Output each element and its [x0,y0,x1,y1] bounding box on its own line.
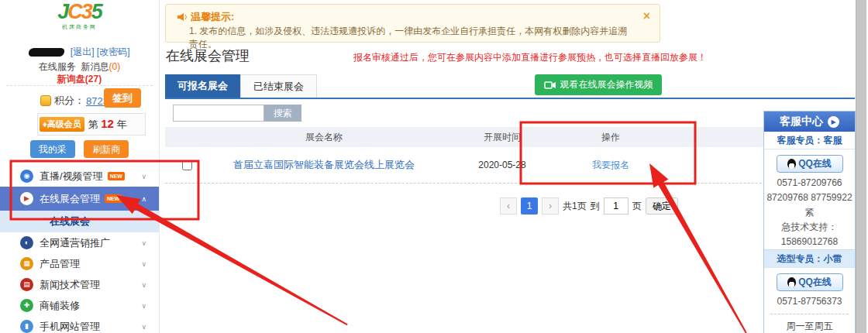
menu-label: 产品管理 [40,257,80,271]
online-service-row: 在线服务 新消息(0) [0,60,159,74]
vip-year-number: 12 [101,117,114,130]
total-pages-label: 共1页 [563,200,587,213]
vip-badge: ♦高级会员 [40,117,84,132]
points-label: 积分： [54,94,84,108]
sidebar-menu: ◉ 直播/视频管理 NEW ∨ ▶ 在线展会管理 NEW ∧ 在线展会 ◐ 全网… [0,166,159,333]
search-row: 搜索 [173,105,301,122]
phone-line: 15869012768 [764,235,855,249]
sidebar-item-mobile-site[interactable]: ▮ 手机网站管理 ∨ [0,316,159,333]
menu-label: 新闻技术管理 [40,278,100,292]
menu-label: 全网通营销推广 [40,236,110,250]
menu-label: 在线展会管理 [40,192,100,206]
sidebar-item-shop-decoration[interactable]: ✚ 商铺装修 ∨ [0,295,159,316]
menu-label: 直播/视频管理 [40,170,103,184]
logout-link[interactable]: [退出] [71,46,95,57]
customer-service-panel: 客服中心 ▶ 客服专员：客服 QQ在线 0571-87209766 872097… [763,111,856,333]
logo-tagline: 机床商务网 [0,24,159,29]
exhibition-table: 展会名称 开展时间 操作 首届立嘉国际智能装备展览会线上展览会 2020-05-… [165,127,855,184]
prev-page-button[interactable]: ‹ [500,197,517,215]
exhibition-name-link[interactable]: 首届立嘉国际智能装备展览会线上展览会 [233,159,415,170]
logo-mark: JC35 [0,2,159,22]
vip-box: ♦高级会员 第 12 年 [37,113,146,136]
page-scrollbar[interactable] [856,0,866,333]
new-message-count: (0) [109,61,121,72]
tab-ended-exhibitions[interactable]: 已结束展会 [240,74,317,98]
signup-link[interactable]: 我要报名 [592,160,629,170]
change-password-link[interactable]: [改密码] [97,46,130,57]
qq-penguin-icon [787,277,796,287]
header-time: 开展时间 [452,127,553,147]
chevron-down-icon: ∨ [141,323,146,331]
basket-icon: ▦ [20,257,33,270]
sidebar-subitem-online-exhibition[interactable]: 在线展会 [0,211,159,232]
new-badge: NEW [105,194,122,203]
next-page-button[interactable]: › [542,197,559,215]
points-row: 积分： 8723 [40,91,108,110]
watch-video-button[interactable]: 观看在线展会操作视频 [535,74,662,95]
chevron-down-icon: ∨ [141,173,146,180]
page-unit-label: 页 [632,200,642,213]
qq-online-button[interactable]: QQ在线 [777,155,843,173]
divider [6,85,153,86]
phone-line: 87209768 87759922 紧 [764,191,855,220]
notice-body: 1. 发布的信息，如涉及侵权、违法违规遭投诉的，一律由发布企业自行承担责任，本网… [189,25,636,51]
menu-label: 手机网站管理 [40,320,100,333]
notice-title: 温馨提示: [177,10,234,24]
schedule-line: 周一至周五 [764,319,855,333]
header-action: 操作 [553,127,669,147]
phone-line: 0571-87756373 [764,294,855,309]
close-icon[interactable]: × [643,9,650,23]
sidebar-item-product-mgmt[interactable]: ▦ 产品管理 ∨ [0,253,159,274]
menu-label: 商铺装修 [40,299,80,313]
exhibition-date: 2020-05-28 [452,160,553,170]
my-purchase-button[interactable]: 我的采购 [30,140,75,158]
service-header-title: 客服中心 [780,115,823,129]
new-badge: NEW [108,172,125,180]
coin-icon [40,95,51,106]
table-row: 首届立嘉国际智能装备展览会线上展览会 2020-05-28 我要报名 [165,147,855,184]
sidebar-item-online-exhibition-mgmt[interactable]: ▶ 在线展会管理 NEW ∧ [0,187,159,211]
page-title: 在线展会管理 [166,46,250,65]
sidebar: JC35 机床商务网 [退出] [改密码] 在线服务 新消息(0) 新询盘(27… [0,0,160,333]
qq-penguin-icon [787,159,796,169]
site-logo[interactable]: JC35 机床商务网 [0,2,159,29]
news-icon: ▤ [20,278,33,291]
search-button[interactable]: 搜索 [264,105,301,122]
qq-online-button[interactable]: QQ在线 [777,273,843,291]
service-panel-header[interactable]: 客服中心 ▶ [764,112,855,132]
online-service-link[interactable]: 在线服务 [39,61,76,72]
collapse-arrow-icon: ▶ [828,116,839,128]
sidebar-item-marketing[interactable]: ◐ 全网通营销推广 ∨ [0,232,159,253]
refresh-shop-button[interactable]: 刷新商铺 [84,140,129,158]
notice-bar: 温馨提示: 1. 发布的信息，如涉及侵权、违法违规遭投诉的，一律由发布企业自行承… [165,4,660,43]
chevron-down-icon: ∨ [141,302,146,310]
tab-bar: 可报名展会 已结束展会 [165,74,317,98]
current-page-button[interactable]: 1 [521,197,538,215]
tab-open-exhibitions[interactable]: 可报名展会 [165,74,240,98]
signup-tip-text: 报名审核通过后，您可在参展内容中添加直播进行参展预热，也可选择直播回放参展！ [353,51,707,64]
sidebar-item-live-video[interactable]: ◉ 直播/视频管理 NEW ∨ [0,166,159,187]
pagination: ‹ 1 › 共1页 到 页 确定 [500,197,678,215]
new-message-link[interactable]: 新消息 [81,61,109,72]
table-header: 展会名称 开展时间 操作 [165,127,855,147]
sidebar-item-news-tech[interactable]: ▤ 新闻技术管理 ∨ [0,274,159,295]
phone-icon: ▮ [20,320,33,333]
chevron-up-icon: ∧ [141,195,146,203]
user-row: [退出] [改密码] [0,46,159,59]
search-input[interactable] [173,105,264,122]
page-number-input[interactable] [604,197,629,215]
signin-button[interactable]: 签到 [104,88,141,108]
chevron-down-icon: ∨ [141,281,146,289]
new-inquiry-link[interactable]: 新询盘(27) [0,73,159,86]
row-checkbox[interactable] [182,160,192,170]
divider [770,314,849,314]
goto-label: 到 [591,200,600,213]
phone-line: 急技术支持： [764,220,855,235]
header-checkbox-col [165,127,196,147]
tab-underline [165,98,855,99]
header-name: 展会名称 [196,127,452,147]
confirm-page-button[interactable]: 确定 [646,197,678,215]
vip-year: 第 12 年 [88,117,127,132]
service-agent-label: 客服专员：客服 [764,132,855,149]
selection-agent-label: 选型专员：小雷 [764,249,855,268]
